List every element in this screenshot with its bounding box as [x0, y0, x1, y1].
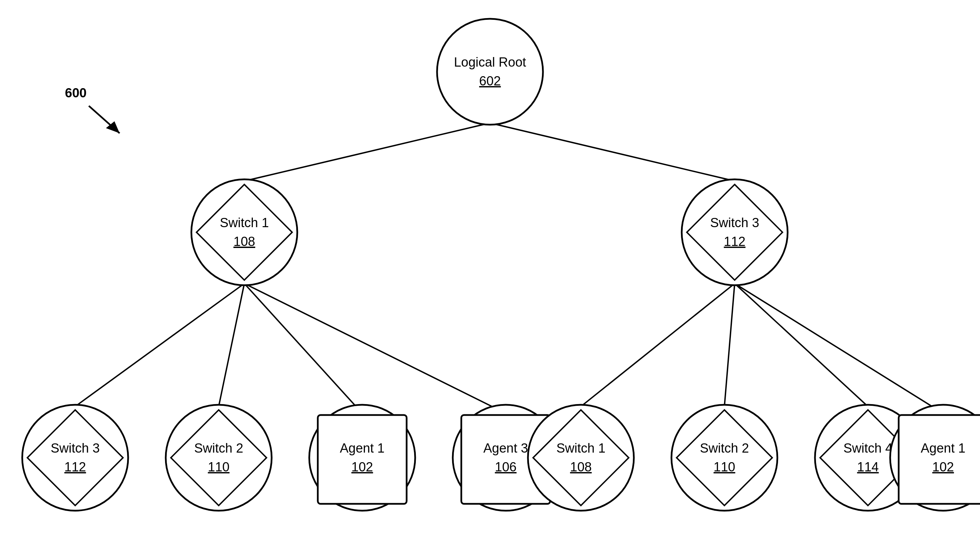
node-agent1-bl: Agent 1 102 [309, 405, 415, 511]
node-logical-root: Logical Root 602 [437, 19, 543, 125]
edge-sw1-sw3bl [75, 283, 244, 406]
svg-text:Switch 2: Switch 2 [194, 441, 243, 455]
svg-text:108: 108 [570, 460, 592, 474]
svg-rect-42 [899, 415, 980, 504]
svg-text:102: 102 [351, 460, 373, 474]
svg-text:Agent 1: Agent 1 [340, 441, 385, 455]
edge-sw3t-ag1br [735, 283, 943, 413]
node-agent1-br: Agent 1 102 [890, 405, 980, 511]
svg-text:Switch 1: Switch 1 [556, 441, 606, 455]
svg-text:108: 108 [233, 234, 255, 249]
node-switch1-br: Switch 1 108 [528, 405, 634, 511]
svg-text:112: 112 [724, 234, 745, 249]
svg-text:Agent 1: Agent 1 [921, 441, 966, 455]
node-switch1-top: Switch 1 108 [191, 179, 297, 285]
svg-rect-22 [318, 415, 407, 504]
svg-text:Switch 1: Switch 1 [220, 216, 269, 230]
svg-text:112: 112 [64, 460, 86, 474]
svg-text:Switch 3: Switch 3 [51, 441, 100, 455]
svg-point-2 [437, 19, 543, 125]
svg-text:Logical Root: Logical Root [454, 55, 526, 69]
edge-sw3t-sw2br [724, 283, 735, 406]
svg-text:106: 106 [495, 460, 516, 474]
node-switch2-br: Switch 2 110 [671, 405, 777, 511]
ref-label: 600 [65, 86, 86, 100]
edge-root-switch3 [490, 123, 735, 181]
svg-text:110: 110 [208, 460, 229, 474]
svg-text:Switch 4: Switch 4 [843, 441, 892, 455]
edge-sw3t-sw1br [581, 283, 735, 406]
svg-text:110: 110 [713, 460, 735, 474]
node-switch3-bl: Switch 3 112 [22, 405, 128, 511]
svg-text:Agent 3: Agent 3 [484, 441, 528, 455]
edge-sw3t-sw4br [735, 283, 868, 406]
edge-sw1-sw2bl [219, 283, 244, 406]
svg-text:Switch 3: Switch 3 [710, 216, 759, 230]
svg-text:602: 602 [479, 74, 501, 88]
node-switch2-bl: Switch 2 110 [166, 405, 272, 511]
node-switch3-top: Switch 3 112 [682, 179, 788, 285]
svg-text:Switch 2: Switch 2 [700, 441, 749, 455]
edge-sw1-ag1bl [244, 283, 362, 413]
svg-text:102: 102 [932, 460, 954, 474]
edge-root-switch1 [244, 123, 490, 181]
svg-text:114: 114 [857, 460, 878, 474]
edge-sw1-ag3bl [244, 283, 506, 413]
